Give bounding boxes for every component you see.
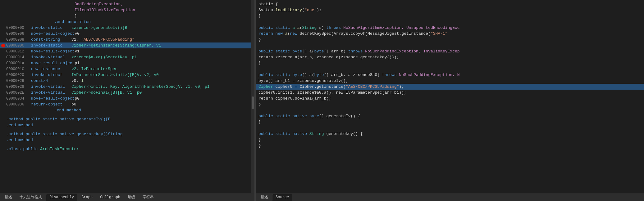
code-line-breakpoint: 0000000C invoke-static Cipher->getInstan…	[0, 42, 251, 48]
no-breakpoint	[1, 118, 5, 121]
code-token: .end method	[6, 138, 33, 142]
tab-describe-right[interactable]: 描述	[257, 194, 272, 201]
tab-graph[interactable]: Graph	[78, 194, 96, 201]
operand: IvParameterSpec-><init>([B)V, v2, v0	[71, 73, 159, 77]
src-token: }	[258, 137, 261, 142]
src-token: public static byte[] a(byte[] arr_b) thr…	[258, 49, 460, 54]
code-token: .method public static native generatekey…	[6, 132, 122, 136]
tab-hierarchy[interactable]: 层级	[124, 194, 139, 201]
tab-hex-left[interactable]: 十六进制格式	[16, 194, 45, 201]
code-line: 00000036 return-object p0	[0, 101, 251, 107]
code-line: .method public static native generateIv(…	[0, 116, 251, 122]
no-breakpoint	[1, 67, 5, 71]
source-line: byte[] arr_b1 = zzsence.generateIv();	[256, 78, 644, 84]
operand: v1	[75, 49, 80, 54]
no-breakpoint	[1, 103, 5, 106]
source-line	[256, 107, 644, 113]
no-breakpoint	[1, 2, 5, 6]
no-breakpoint	[1, 38, 5, 42]
no-breakpoint	[1, 61, 5, 65]
code-line: BadPaddingException,	[0, 1, 251, 7]
src-token: }	[258, 37, 261, 42]
code-token: .method public static native generateIv(…	[6, 117, 110, 122]
left-panel: BadPaddingException, IllegalBlockSizeExc…	[0, 0, 255, 201]
source-line: public static byte[] a(byte[] arr_b, a z…	[256, 72, 644, 78]
no-breakpoint	[1, 32, 5, 36]
source-line: System.loadLibrary("one");	[256, 7, 644, 13]
source-line: return cipher0.doFinal(arr_b);	[256, 96, 644, 101]
code-token: IllegalBlockSizeException	[6, 8, 135, 12]
tab-describe-left[interactable]: 描述	[1, 194, 16, 201]
tab-callgraph[interactable]: Callgraph	[97, 194, 124, 201]
code-line: 00000014 invoke-virtual zzsence$a->a()Se…	[0, 54, 251, 60]
source-line: public static native String generatekey(…	[256, 131, 644, 137]
address: 00000014	[6, 55, 31, 60]
source-line: }	[256, 101, 644, 107]
no-breakpoint	[1, 132, 5, 136]
src-token: }	[258, 61, 261, 65]
source-line-highlighted: Cipher cipher0 = Cipher.getInstance("AES…	[256, 84, 644, 90]
address: 00000000	[6, 26, 31, 30]
source-line	[256, 42, 644, 48]
no-breakpoint	[1, 147, 5, 151]
source-code-area: static { System.loadLibrary("one"); } pu…	[256, 0, 644, 193]
operand: Cipher->doFinal([B)[B, v1, p0	[71, 90, 142, 95]
operand: v1, "AES/CBC/PKCS5Padding"	[71, 37, 135, 42]
opcode: move-result-object	[31, 61, 75, 65]
code-line: 0000001C new-instance v2, IvParameterSpe…	[0, 66, 251, 72]
code-line: 00000020 invoke-direct IvParameterSpec->…	[0, 72, 251, 78]
code-token: .end method	[6, 123, 33, 127]
code-line: 0000001A move-result-object p1	[0, 60, 251, 66]
operand: p1	[75, 61, 80, 65]
no-breakpoint	[1, 26, 5, 30]
code-line: 00000028 invoke-virtual Cipher->init(I, …	[0, 84, 251, 90]
source-line: cipher0.init(1, zzsence$a0.a(), new IvPa…	[256, 90, 644, 96]
disassembly-code: BadPaddingException, IllegalBlockSizeExc…	[0, 0, 251, 193]
address: 0000000C	[6, 43, 31, 48]
code-line: .class public ArchTaskExecutor	[0, 146, 251, 152]
opcode: invoke-direct	[31, 73, 71, 77]
scrollbar-thumb[interactable]	[252, 96, 254, 109]
no-breakpoint	[1, 56, 5, 59]
operand: Cipher->init(I, Key, AlgorithmParameterS…	[71, 84, 210, 89]
no-breakpoint	[1, 123, 5, 127]
no-breakpoint	[1, 85, 5, 89]
left-bottom-tabs: 描述 十六进制格式 Disassembly Graph Callgraph 层级…	[0, 193, 254, 201]
code-token: .end method	[6, 108, 81, 113]
address: 00000026	[6, 79, 31, 83]
src-token: return new a(new SecretKeySpec(Arrays.co…	[258, 31, 448, 36]
no-breakpoint	[1, 109, 5, 112]
code-token: .end annotation	[6, 20, 91, 24]
code-token: BadPaddingException,	[6, 2, 123, 7]
tab-source[interactable]: Source	[272, 194, 292, 201]
opcode: move-result-object	[31, 49, 75, 54]
src-token: System.loadLibrary("one");	[258, 8, 322, 12]
operand: v0	[75, 31, 80, 36]
opcode: invoke-virtual	[31, 55, 71, 60]
opcode: move-result-object	[31, 31, 75, 36]
operand: p0	[75, 96, 80, 101]
address: 0000002E	[6, 91, 31, 95]
src-token: }	[258, 120, 261, 124]
code-line: IllegalBlockSizeException	[0, 7, 251, 13]
code-line: .end method	[0, 107, 251, 113]
tab-strings[interactable]: 字符串	[139, 194, 157, 201]
source-line: }	[256, 119, 644, 125]
tab-disassembly[interactable]: Disassembly	[46, 194, 77, 201]
source-line: }	[256, 143, 644, 149]
code-area-left: BadPaddingException, IllegalBlockSizeExc…	[0, 0, 251, 153]
src-token: static {	[258, 2, 278, 7]
source-line	[256, 125, 644, 131]
left-scrollbar[interactable]	[251, 0, 254, 193]
source-line: return new a(new SecretKeySpec(Arrays.co…	[256, 31, 644, 37]
opcode: const-string	[31, 37, 71, 42]
right-bottom-tabs: 描述 Source	[256, 193, 644, 201]
src-token: cipher0.init(1, zzsence$a0.a(), new IvPa…	[258, 90, 406, 95]
source-line: public static a a(String s) throws NoSuc…	[256, 25, 644, 31]
address: 00000034	[6, 96, 31, 101]
address: 00000036	[6, 102, 31, 107]
source-line: public static byte[] a(byte[] arr_b) thr…	[256, 48, 644, 54]
address: 00000012	[6, 49, 31, 54]
opcode: return-object	[31, 102, 71, 107]
no-breakpoint	[1, 20, 5, 24]
